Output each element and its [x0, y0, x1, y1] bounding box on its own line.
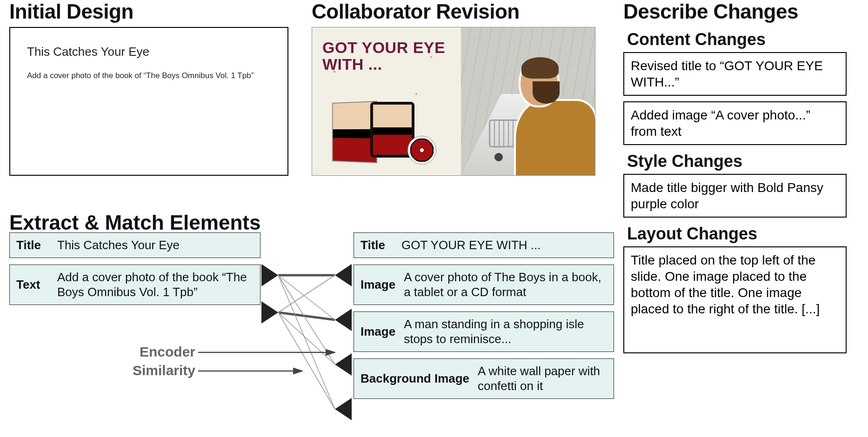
heading-extract-match: Extract & Match Elements: [9, 211, 614, 234]
svg-line-3: [278, 275, 335, 364]
svg-line-2: [278, 275, 335, 320]
svg-line-4: [278, 275, 335, 409]
heading-initial-design: Initial Design: [9, 0, 298, 23]
extracted-element-right: Image A cover photo of The Boys in a boo…: [354, 265, 614, 305]
initial-slide-title: This Catches Your Eye: [27, 45, 271, 59]
encoder-icon: [335, 309, 352, 331]
collab-left-panel: GOT YOUR EYE WITH ...: [312, 27, 461, 175]
extracted-element-left: Text Add a cover photo of the book “The …: [9, 265, 260, 305]
encoder-icon: [261, 301, 278, 324]
element-type-label: Image: [361, 278, 395, 292]
encoder-icon: [261, 264, 278, 286]
element-value: Add a cover photo of the book “The Boys …: [57, 270, 254, 300]
initial-slide-text: Add a cover photo of the book of “The Bo…: [27, 71, 271, 80]
element-type-label: Background Image: [361, 372, 469, 385]
element-type-label: Title: [16, 238, 49, 252]
extracted-element-right: Image A man standing in a shopping isle …: [354, 311, 614, 352]
element-type-label: Title: [361, 238, 393, 252]
svg-line-1: [278, 312, 335, 320]
product-cluster-image: [331, 97, 442, 167]
style-change-item: Made title bigger with Bold Pansy purple…: [623, 174, 847, 218]
svg-line-7: [278, 312, 335, 409]
cd-icon: [407, 136, 436, 165]
layout-change-item: Title placed on the top left of the slid…: [623, 246, 847, 353]
encoder-icon: [335, 353, 352, 376]
subheading-style-changes: Style Changes: [627, 152, 861, 171]
encoder-icon: [335, 264, 352, 286]
element-value: A cover photo of The Boys in a book, a t…: [404, 270, 607, 300]
content-change-item: Revised title to “GOT YOUR EYE WITH...”: [623, 52, 847, 96]
collab-slide-title: GOT YOUR EYE WITH ...: [322, 40, 451, 73]
collaborator-revision-slide: GOT YOUR EYE WITH ...: [312, 27, 595, 176]
similarity-label: Similarity: [121, 363, 195, 378]
subheading-layout-changes: Layout Changes: [627, 224, 861, 244]
heading-describe-changes: Describe Changes: [623, 0, 861, 23]
element-type-label: Text: [16, 278, 49, 292]
initial-design-slide: This Catches Your Eye Add a cover photo …: [9, 27, 288, 176]
similarity-connectors: [277, 251, 338, 423]
subheading-content-changes: Content Changes: [627, 30, 861, 49]
shopping-aisle-image: [461, 27, 595, 175]
extracted-element-right: Title GOT YOUR EYE WITH ...: [354, 232, 614, 258]
extracted-element-left: Title This Catches Your Eye: [9, 232, 260, 258]
encoder-label-arrows: [195, 344, 340, 381]
element-value: GOT YOUR EYE WITH ...: [401, 238, 541, 253]
element-type-label: Image: [361, 324, 395, 339]
heading-collaborator-revision: Collaborator Revision: [312, 0, 605, 23]
element-value: A man standing in a shopping isle stops …: [404, 317, 607, 347]
extracted-element-right: Background Image A white wall paper with…: [354, 358, 614, 399]
svg-line-6: [278, 312, 335, 364]
element-value: A white wall paper with confetti on it: [478, 364, 607, 394]
encoder-label: Encoder: [121, 344, 195, 360]
content-change-item: Added image “A cover photo...” from text: [623, 101, 847, 145]
element-value: This Catches Your Eye: [57, 238, 180, 253]
person-cutout-image: [507, 59, 595, 175]
svg-line-5: [278, 275, 335, 312]
encoder-icon: [335, 398, 352, 420]
